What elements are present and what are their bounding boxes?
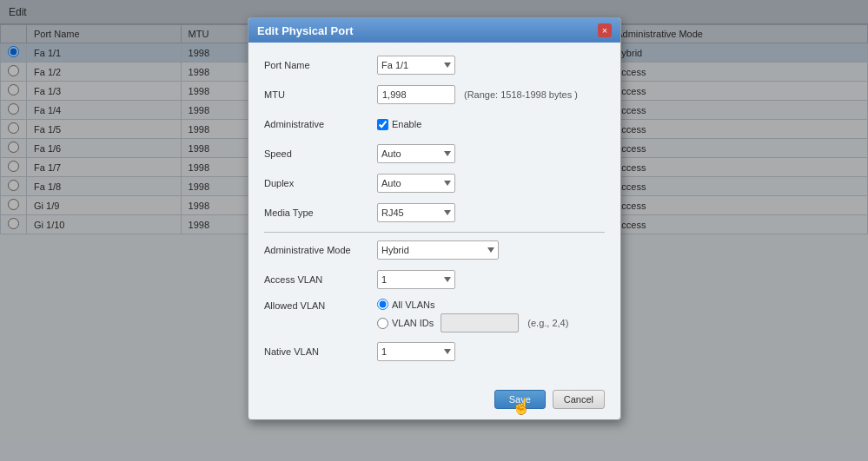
allowed-vlan-row: Allowed VLAN All VLANs VLAN IDs (e.g., 2… [264, 299, 605, 333]
cursor-icon: ☝ [512, 397, 531, 416]
admin-mode-row: Administrative Mode Hybrid Access Trunk [264, 240, 605, 260]
admin-mode-label: Administrative Mode [264, 245, 377, 255]
speed-row: Speed Auto 10 100 1000 [264, 143, 605, 164]
duplex-row: Duplex Auto Full Half [264, 173, 605, 194]
all-vlans-text: All VLANs [392, 300, 435, 310]
native-vlan-control: 1 2 3 [377, 342, 605, 361]
edit-physical-port-dialog: Edit Physical Port × Port Name Fa 1/1 MT… [248, 17, 621, 420]
admin-mode-select[interactable]: Hybrid Access Trunk [377, 240, 499, 260]
administrative-label: Administrative [264, 119, 377, 129]
vlan-ids-input[interactable] [441, 313, 519, 333]
port-name-control: Fa 1/1 [377, 56, 605, 75]
media-type-label: Media Type [264, 207, 377, 218]
mtu-row: MTU (Range: 1518-1998 bytes ) [264, 84, 605, 105]
port-name-label: Port Name [264, 60, 377, 70]
separator [264, 232, 605, 233]
native-vlan-select[interactable]: 1 2 3 [377, 342, 455, 361]
enable-checkbox-label[interactable]: Enable [377, 119, 421, 130]
vlan-ids-radio[interactable] [377, 318, 388, 329]
vlan-ids-text: VLAN IDs [392, 318, 434, 328]
allowed-vlan-control: All VLANs VLAN IDs (e.g., 2,4) [377, 299, 605, 333]
native-vlan-label: Native VLAN [264, 346, 377, 357]
port-name-select[interactable]: Fa 1/1 [377, 56, 455, 75]
speed-select[interactable]: Auto 10 100 1000 [377, 144, 455, 163]
media-type-row: Media Type RJ45 SFP [264, 202, 605, 223]
mtu-label: MTU [264, 89, 377, 100]
media-type-select[interactable]: RJ45 SFP [377, 203, 455, 222]
dialog-close-button[interactable]: × [598, 23, 612, 37]
duplex-control: Auto Full Half [377, 174, 605, 193]
enable-label: Enable [392, 119, 421, 129]
speed-control: Auto 10 100 1000 [377, 144, 605, 163]
dialog-title: Edit Physical Port [257, 24, 354, 37]
mtu-control: (Range: 1518-1998 bytes ) [377, 85, 605, 104]
dialog-body: Port Name Fa 1/1 MTU (Range: 1518-1998 b… [248, 43, 620, 383]
native-vlan-row: Native VLAN 1 2 3 [264, 341, 605, 362]
cancel-button[interactable]: Cancel [553, 390, 605, 409]
administrative-control: Enable [377, 119, 605, 130]
mtu-range-hint: (Range: 1518-1998 bytes ) [464, 89, 578, 100]
enable-checkbox[interactable] [377, 119, 388, 130]
duplex-label: Duplex [264, 178, 377, 188]
duplex-select[interactable]: Auto Full Half [377, 174, 455, 193]
administrative-row: Administrative Enable [264, 114, 605, 135]
access-vlan-control: 1 2 3 [377, 270, 605, 289]
all-vlans-label[interactable]: All VLANs [377, 299, 568, 310]
media-type-control: RJ45 SFP [377, 203, 605, 222]
dialog-titlebar: Edit Physical Port × [248, 18, 620, 43]
admin-mode-control: Hybrid Access Trunk [377, 240, 605, 260]
dialog-footer: Save ☝ Cancel [248, 383, 620, 419]
allowed-vlan-radio-group: All VLANs VLAN IDs (e.g., 2,4) [377, 299, 568, 333]
speed-label: Speed [264, 148, 377, 159]
allowed-vlan-label: Allowed VLAN [264, 299, 377, 311]
mtu-input[interactable] [377, 85, 455, 104]
all-vlans-radio[interactable] [377, 299, 388, 310]
access-vlan-row: Access VLAN 1 2 3 [264, 269, 605, 290]
access-vlan-label: Access VLAN [264, 274, 377, 285]
port-name-row: Port Name Fa 1/1 [264, 55, 605, 76]
eg-hint: (e.g., 2,4) [527, 318, 568, 328]
vlan-ids-label[interactable]: VLAN IDs (e.g., 2,4) [377, 313, 568, 333]
access-vlan-select[interactable]: 1 2 3 [377, 270, 455, 289]
